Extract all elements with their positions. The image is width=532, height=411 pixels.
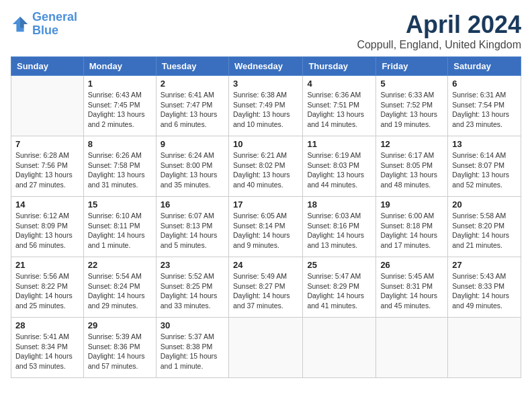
calendar-cell: 7Sunrise: 6:28 AMSunset: 7:56 PMDaylight… (11, 136, 84, 197)
day-number: 14 (15, 199, 79, 210)
day-number: 29 (88, 320, 152, 330)
day-info: Sunrise: 6:41 AMSunset: 7:47 PMDaylight:… (161, 90, 224, 130)
calendar-cell: 25Sunrise: 5:47 AMSunset: 8:29 PMDayligh… (303, 257, 376, 318)
day-number: 21 (15, 260, 79, 270)
day-info: Sunrise: 6:33 AMSunset: 7:52 PMDaylight:… (380, 90, 443, 130)
calendar-cell: 26Sunrise: 5:45 AMSunset: 8:31 PMDayligh… (376, 257, 448, 318)
day-info: Sunrise: 5:49 AMSunset: 8:27 PMDaylight:… (233, 271, 298, 311)
day-info: Sunrise: 6:14 AMSunset: 8:07 PMDaylight:… (452, 150, 517, 190)
day-info: Sunrise: 6:26 AMSunset: 7:58 PMDaylight:… (88, 150, 152, 190)
day-number: 30 (161, 320, 224, 330)
day-number: 20 (452, 199, 517, 210)
svg-marker-1 (20, 17, 28, 28)
calendar-cell: 19Sunrise: 6:00 AMSunset: 8:18 PMDayligh… (376, 197, 448, 257)
day-number: 6 (452, 79, 517, 89)
day-info: Sunrise: 6:10 AMSunset: 8:11 PMDaylight:… (88, 211, 152, 250)
day-number: 15 (88, 199, 152, 210)
calendar-cell: 30Sunrise: 5:37 AMSunset: 8:38 PMDayligh… (156, 318, 228, 378)
logo-text: General Blue (32, 11, 77, 38)
calendar-cell (448, 318, 521, 378)
day-number: 4 (307, 79, 371, 89)
logo-line1: General (32, 10, 77, 24)
day-number: 23 (161, 260, 224, 270)
day-number: 22 (88, 260, 152, 270)
day-info: Sunrise: 6:28 AMSunset: 7:56 PMDaylight:… (15, 150, 79, 190)
calendar-cell: 12Sunrise: 6:17 AMSunset: 8:05 PMDayligh… (376, 136, 448, 197)
day-info: Sunrise: 6:17 AMSunset: 8:05 PMDaylight:… (380, 150, 443, 190)
calendar-cell: 20Sunrise: 5:58 AMSunset: 8:20 PMDayligh… (448, 197, 521, 257)
day-number: 18 (307, 199, 371, 210)
day-info: Sunrise: 5:54 AMSunset: 8:24 PMDaylight:… (88, 271, 152, 311)
calendar-cell (228, 318, 302, 378)
calendar-cell: 18Sunrise: 6:03 AMSunset: 8:16 PMDayligh… (303, 197, 376, 257)
header-wednesday: Wednesday (228, 57, 302, 76)
day-info: Sunrise: 5:56 AMSunset: 8:22 PMDaylight:… (15, 271, 79, 311)
day-info: Sunrise: 6:21 AMSunset: 8:02 PMDaylight:… (233, 150, 298, 190)
header-monday: Monday (83, 57, 156, 76)
day-number: 10 (233, 139, 298, 149)
week-row-2: 7Sunrise: 6:28 AMSunset: 7:56 PMDaylight… (11, 136, 521, 197)
logo-icon (11, 15, 30, 34)
calendar-cell: 24Sunrise: 5:49 AMSunset: 8:27 PMDayligh… (228, 257, 302, 318)
calendar-cell: 11Sunrise: 6:19 AMSunset: 8:03 PMDayligh… (303, 136, 376, 197)
logo: General Blue (11, 11, 77, 38)
day-number: 24 (233, 260, 298, 270)
week-row-5: 28Sunrise: 5:41 AMSunset: 8:34 PMDayligh… (11, 318, 521, 378)
calendar-cell: 6Sunrise: 6:31 AMSunset: 7:54 PMDaylight… (448, 76, 521, 136)
day-info: Sunrise: 6:07 AMSunset: 8:13 PMDaylight:… (161, 211, 224, 250)
header-friday: Friday (376, 57, 448, 76)
day-info: Sunrise: 6:43 AMSunset: 7:45 PMDaylight:… (88, 90, 152, 130)
day-info: Sunrise: 6:05 AMSunset: 8:14 PMDaylight:… (233, 211, 298, 250)
location: Coppull, England, United Kingdom (357, 39, 521, 51)
calendar-cell: 17Sunrise: 6:05 AMSunset: 8:14 PMDayligh… (228, 197, 302, 257)
calendar-cell: 15Sunrise: 6:10 AMSunset: 8:11 PMDayligh… (83, 197, 156, 257)
day-number: 5 (380, 79, 443, 89)
calendar-cell: 1Sunrise: 6:43 AMSunset: 7:45 PMDaylight… (83, 76, 156, 136)
calendar-cell: 2Sunrise: 6:41 AMSunset: 7:47 PMDaylight… (156, 76, 228, 136)
day-info: Sunrise: 5:52 AMSunset: 8:25 PMDaylight:… (161, 271, 224, 311)
calendar-cell: 28Sunrise: 5:41 AMSunset: 8:34 PMDayligh… (11, 318, 84, 378)
calendar-cell: 13Sunrise: 6:14 AMSunset: 8:07 PMDayligh… (448, 136, 521, 197)
day-info: Sunrise: 5:37 AMSunset: 8:38 PMDaylight:… (161, 332, 224, 371)
calendar-cell: 3Sunrise: 6:38 AMSunset: 7:49 PMDaylight… (228, 76, 302, 136)
calendar-cell: 14Sunrise: 6:12 AMSunset: 8:09 PMDayligh… (11, 197, 84, 257)
day-number: 26 (380, 260, 443, 270)
header-tuesday: Tuesday (156, 57, 228, 76)
day-number: 3 (233, 79, 298, 89)
header-thursday: Thursday (303, 57, 376, 76)
day-info: Sunrise: 5:43 AMSunset: 8:33 PMDaylight:… (452, 271, 517, 311)
day-number: 13 (452, 139, 517, 149)
calendar-cell: 9Sunrise: 6:24 AMSunset: 8:00 PMDaylight… (156, 136, 228, 197)
calendar-cell: 4Sunrise: 6:36 AMSunset: 7:51 PMDaylight… (303, 76, 376, 136)
calendar-cell (303, 318, 376, 378)
calendar-cell: 8Sunrise: 6:26 AMSunset: 7:58 PMDaylight… (83, 136, 156, 197)
calendar-cell: 5Sunrise: 6:33 AMSunset: 7:52 PMDaylight… (376, 76, 448, 136)
day-number: 2 (161, 79, 224, 89)
day-number: 7 (15, 139, 79, 149)
day-info: Sunrise: 5:47 AMSunset: 8:29 PMDaylight:… (307, 271, 371, 311)
day-info: Sunrise: 6:36 AMSunset: 7:51 PMDaylight:… (307, 90, 371, 130)
day-number: 8 (88, 139, 152, 149)
header-sunday: Sunday (11, 57, 84, 76)
calendar-cell: 10Sunrise: 6:21 AMSunset: 8:02 PMDayligh… (228, 136, 302, 197)
day-info: Sunrise: 6:31 AMSunset: 7:54 PMDaylight:… (452, 90, 517, 130)
calendar-cell: 29Sunrise: 5:39 AMSunset: 8:36 PMDayligh… (83, 318, 156, 378)
day-info: Sunrise: 5:39 AMSunset: 8:36 PMDaylight:… (88, 332, 152, 371)
day-info: Sunrise: 6:12 AMSunset: 8:09 PMDaylight:… (15, 211, 79, 250)
day-number: 25 (307, 260, 371, 270)
day-number: 17 (233, 199, 298, 210)
day-number: 16 (161, 199, 224, 210)
calendar-table: SundayMondayTuesdayWednesdayThursdayFrid… (11, 56, 521, 378)
day-info: Sunrise: 5:58 AMSunset: 8:20 PMDaylight:… (452, 211, 517, 250)
calendar-cell: 21Sunrise: 5:56 AMSunset: 8:22 PMDayligh… (11, 257, 84, 318)
header-saturday: Saturday (448, 57, 521, 76)
calendar-cell: 27Sunrise: 5:43 AMSunset: 8:33 PMDayligh… (448, 257, 521, 318)
day-info: Sunrise: 6:38 AMSunset: 7:49 PMDaylight:… (233, 90, 298, 130)
day-number: 1 (88, 79, 152, 89)
week-row-3: 14Sunrise: 6:12 AMSunset: 8:09 PMDayligh… (11, 197, 521, 257)
day-info: Sunrise: 5:41 AMSunset: 8:34 PMDaylight:… (15, 332, 79, 371)
calendar-cell: 23Sunrise: 5:52 AMSunset: 8:25 PMDayligh… (156, 257, 228, 318)
month-title: April 2024 (357, 11, 521, 39)
calendar-header-row: SundayMondayTuesdayWednesdayThursdayFrid… (11, 57, 521, 76)
page-header: General Blue April 2024 Coppull, England… (11, 11, 521, 51)
